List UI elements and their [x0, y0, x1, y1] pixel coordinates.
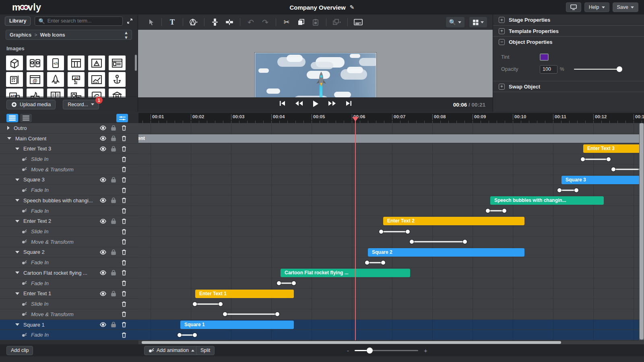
- library-image-api-devices[interactable]: API: [6, 88, 23, 97]
- playhead-marker[interactable]: [352, 117, 359, 121]
- delete-button[interactable]: [121, 218, 127, 224]
- collapse-caret[interactable]: [15, 199, 19, 202]
- animation-start-handle[interactable]: [611, 167, 615, 171]
- opacity-slider[interactable]: [574, 69, 621, 70]
- add-clip-button[interactable]: Add clip: [6, 346, 33, 355]
- expand-icon[interactable]: +: [499, 84, 505, 90]
- search-input[interactable]: [47, 18, 119, 24]
- animation-row-fade-in[interactable]: Fade In: [0, 185, 644, 195]
- breadcrumb-parent[interactable]: Graphics: [10, 32, 31, 38]
- align-vertical-center-icon[interactable]: [209, 17, 221, 27]
- add-animation-button[interactable]: Add animation: [144, 346, 199, 355]
- paste-button[interactable]: [310, 17, 322, 27]
- skip-to-start-button[interactable]: [279, 101, 285, 109]
- animation-span[interactable]: [367, 262, 383, 263]
- compact-list-view-button[interactable]: [20, 114, 32, 122]
- delete-button[interactable]: [121, 269, 127, 276]
- category-selector[interactable]: Graphics > Web Icons ▲▼: [6, 30, 132, 40]
- lock-toggle[interactable]: [110, 125, 117, 131]
- delete-button[interactable]: [121, 177, 127, 183]
- collapse-caret[interactable]: [15, 272, 19, 274]
- help-button[interactable]: Help: [584, 2, 609, 12]
- animation-end-handle[interactable]: [607, 157, 611, 161]
- layer-row-outro[interactable]: Outro: [0, 123, 644, 134]
- split-button[interactable]: Split: [196, 346, 215, 355]
- animation-end-handle[interactable]: [463, 240, 467, 244]
- collapse-caret[interactable]: [7, 137, 11, 140]
- collapse-caret[interactable]: [15, 220, 19, 222]
- library-image-alert-window[interactable]: [88, 56, 105, 70]
- visibility-toggle[interactable]: [100, 321, 106, 328]
- library-image-open-book[interactable]: [47, 88, 64, 97]
- lock-toggle[interactable]: [110, 197, 117, 204]
- delete-button[interactable]: [121, 135, 127, 142]
- stage-properties-section[interactable]: + Stage Properties: [493, 14, 644, 25]
- delete-button[interactable]: [121, 301, 127, 307]
- animation-row-fade-in[interactable]: Fade In: [0, 278, 644, 289]
- animation-end-handle[interactable]: [381, 261, 385, 265]
- library-image-cube-3d[interactable]: [6, 56, 23, 70]
- collapse-caret[interactable]: [15, 179, 19, 181]
- visibility-toggle[interactable]: [100, 125, 106, 131]
- align-horizontal-center-icon[interactable]: [223, 17, 235, 27]
- detailed-list-view-button[interactable]: [6, 114, 18, 122]
- library-scrollbar[interactable]: [135, 55, 137, 71]
- search-box[interactable]: 🔍: [35, 16, 123, 26]
- animation-row-fade-in[interactable]: Fade In: [0, 206, 644, 216]
- library-image-email-browser[interactable]: @: [27, 72, 43, 87]
- swap-object-section[interactable]: + Swap Object: [493, 81, 644, 92]
- lock-toggle[interactable]: [110, 177, 117, 183]
- animation-end-handle[interactable]: [275, 312, 279, 316]
- animation-start-handle[interactable]: [277, 281, 281, 285]
- delete-button[interactable]: [121, 166, 127, 173]
- animation-end-handle[interactable]: [406, 230, 410, 234]
- delete-button[interactable]: [121, 311, 127, 317]
- delete-button[interactable]: [121, 321, 127, 328]
- view-menu-button[interactable]: [469, 17, 487, 27]
- expand-panel-icon[interactable]: [127, 18, 133, 24]
- animation-row-fade-in[interactable]: Fade In: [0, 330, 644, 340]
- keyframes-toggle-button[interactable]: [116, 114, 128, 122]
- video-canvas[interactable]: [255, 53, 376, 104]
- shape-tool[interactable]: [188, 17, 200, 27]
- delete-button[interactable]: [121, 208, 127, 214]
- animation-row-slide-in[interactable]: Slide In: [0, 226, 644, 237]
- timeline-bar-square-2[interactable]: Square 2: [368, 248, 524, 257]
- animation-start-handle[interactable]: [223, 312, 227, 316]
- save-button[interactable]: Save: [613, 2, 639, 12]
- animation-end-handle[interactable]: [574, 188, 578, 192]
- visibility-toggle[interactable]: [100, 269, 106, 276]
- delete-button[interactable]: [121, 146, 127, 152]
- delete-button[interactable]: [121, 156, 127, 162]
- animation-row-slide-in[interactable]: Slide In: [0, 299, 644, 309]
- animation-span[interactable]: [583, 158, 609, 160]
- arrange-button[interactable]: [331, 17, 343, 27]
- animation-start-handle[interactable]: [557, 188, 561, 192]
- library-image-rocket-launch[interactable]: [47, 72, 64, 87]
- visibility-toggle[interactable]: [100, 177, 106, 183]
- library-image-ad-sign[interactable]: AD: [68, 72, 85, 87]
- layer-row-square-1[interactable]: Square 1Square 1: [0, 320, 644, 330]
- animation-start-handle[interactable]: [379, 230, 383, 234]
- visibility-toggle[interactable]: [100, 249, 106, 255]
- timeline-horizontal-scrollbar[interactable]: [138, 341, 644, 344]
- layer-row-enter-text-2[interactable]: Enter Text 2Enter Text 2: [0, 216, 644, 226]
- copy-button[interactable]: [295, 17, 307, 27]
- animation-row-slide-in[interactable]: Slide In: [0, 154, 644, 165]
- collapse-icon[interactable]: −: [499, 39, 505, 45]
- fast-forward-button[interactable]: [328, 101, 336, 109]
- zoom-out-button[interactable]: -: [347, 347, 349, 354]
- expand-caret[interactable]: [7, 126, 10, 130]
- layer-row-square-3[interactable]: Square 3Square 3: [0, 175, 644, 185]
- cut-button[interactable]: ✂: [281, 17, 293, 27]
- lock-toggle[interactable]: [110, 321, 117, 328]
- timeline-bar-square-3[interactable]: Square 3: [561, 176, 644, 184]
- lock-toggle[interactable]: [110, 249, 117, 255]
- delete-button[interactable]: [121, 249, 127, 255]
- animation-row-move-transform[interactable]: Move & Transform: [0, 165, 644, 175]
- layer-row-enter-text-1[interactable]: Enter Text 1Enter Text 1: [0, 289, 644, 299]
- timeline-zoom-slider[interactable]: [355, 350, 418, 351]
- lock-toggle[interactable]: [110, 269, 117, 276]
- skip-to-end-button[interactable]: [346, 101, 352, 109]
- select-tool[interactable]: [145, 17, 157, 27]
